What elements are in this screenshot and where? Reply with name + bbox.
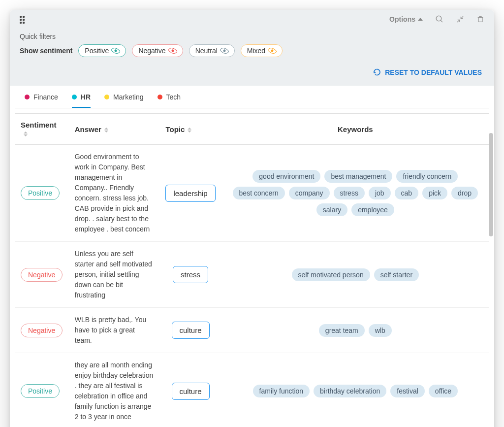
reset-button[interactable]: RESET TO DEFAULT VALUES [373, 68, 482, 76]
answer-cell: Unless you are self starter and self mot… [69, 242, 160, 308]
eye-icon [168, 46, 178, 56]
sort-icon [188, 128, 191, 132]
dot-icon [25, 95, 30, 99]
options-label: Options [389, 15, 415, 23]
sentiment-pill: Positive [21, 384, 60, 398]
keyword-pill[interactable]: employee [351, 203, 394, 216]
dot-icon [72, 95, 77, 99]
tab-label: Marketing [113, 93, 143, 101]
sentiment-pill: Positive [21, 186, 60, 200]
chevron-up-icon [418, 18, 423, 21]
filter-chip-neutral[interactable]: Neutral [189, 44, 235, 57]
tab-finance[interactable]: Finance [25, 93, 58, 108]
data-table: Sentiment Answer Topic Keywords Positive… [15, 113, 489, 427]
table-row: NegativeUnless you are self starter and … [15, 242, 489, 308]
options-button[interactable]: Options [389, 15, 423, 23]
tab-tech[interactable]: Tech [158, 93, 181, 108]
keyword-pill[interactable]: company [289, 187, 330, 199]
keyword-pill[interactable]: self starter [374, 268, 419, 281]
table-row: Positivethey are all month ending enjoy … [15, 353, 489, 427]
keywords-cell: family functionbirthday celebrationfesti… [227, 385, 483, 397]
col-answer[interactable]: Answer [69, 114, 160, 145]
svg-point-0 [436, 16, 441, 21]
eye-icon [267, 46, 277, 56]
keyword-pill[interactable]: job [369, 187, 391, 199]
svg-line-1 [441, 20, 442, 22]
tab-label: Finance [33, 93, 58, 101]
keyword-pill[interactable]: great team [319, 324, 365, 337]
eye-icon [111, 46, 121, 56]
svg-line-3 [461, 16, 463, 19]
chip-label: Negative [138, 47, 165, 55]
keywords-cell: good environmentbest managementfriendly … [227, 170, 483, 216]
topic-pill[interactable]: leadership [165, 185, 215, 202]
table-row: PositiveGood environment to work in Comp… [15, 145, 489, 242]
keyword-pill[interactable]: good environment [252, 170, 320, 183]
toolbar: Options [10, 10, 494, 29]
scrollbar[interactable] [489, 133, 493, 236]
keywords-cell: great teamwlb [227, 324, 483, 337]
keyword-pill[interactable]: salary [316, 203, 347, 216]
sentiment-pill: Negative [21, 324, 63, 337]
sort-icon [104, 128, 108, 132]
svg-line-2 [457, 20, 460, 22]
refresh-icon [373, 68, 381, 76]
answer-cell: they are all month ending enjoy birthday… [69, 353, 160, 427]
filter-panel: Quick filters Show sentiment Positive Ne… [10, 29, 494, 65]
dot-icon [158, 95, 162, 99]
filter-chip-positive[interactable]: Positive [78, 44, 126, 57]
tab-label: HR [81, 93, 91, 101]
col-sentiment[interactable]: Sentiment [15, 114, 69, 145]
topic-pill[interactable]: culture [172, 322, 210, 339]
search-icon[interactable] [435, 15, 444, 24]
tab-label: Tech [166, 93, 181, 101]
drag-handle-icon[interactable] [20, 16, 27, 23]
topic-pill[interactable]: culture [172, 383, 210, 400]
trash-icon[interactable] [476, 15, 484, 24]
keyword-pill[interactable]: birthday celebration [314, 385, 386, 397]
app-window: Options Quick filters Show sentiment Pos… [10, 10, 494, 427]
filter-chip-mixed[interactable]: Mixed [241, 44, 283, 57]
col-topic[interactable]: Topic [159, 114, 221, 145]
chip-label: Mixed [247, 47, 265, 55]
keyword-pill[interactable]: wlb [369, 324, 392, 337]
tab-marketing[interactable]: Marketing [104, 93, 143, 108]
keyword-pill[interactable]: best management [324, 170, 392, 183]
keyword-pill[interactable]: friendly concern [396, 170, 458, 183]
keyword-pill[interactable]: festival [390, 385, 425, 397]
keyword-pill[interactable]: pick [422, 187, 447, 199]
sentiment-pill: Negative [21, 268, 63, 282]
answer-cell: Good environment to work in Company. Bes… [69, 145, 160, 242]
keyword-pill[interactable]: best concern [233, 187, 285, 199]
col-keywords: Keywords [221, 114, 489, 145]
chip-label: Positive [85, 47, 109, 55]
filter-chip-negative[interactable]: Negative [132, 44, 183, 57]
keywords-cell: self motivated personself starter [227, 268, 483, 281]
keyword-pill[interactable]: stress [334, 187, 365, 199]
table-wrap: Sentiment Answer Topic Keywords Positive… [10, 108, 494, 427]
quick-filters-label: Quick filters [20, 33, 484, 40]
eye-icon [220, 46, 229, 56]
topic-pill[interactable]: stress [173, 266, 208, 283]
reset-row: RESET TO DEFAULT VALUES [10, 65, 494, 86]
tab-hr[interactable]: HR [72, 93, 91, 108]
keyword-pill[interactable]: family function [253, 385, 310, 397]
keyword-pill[interactable]: cab [395, 187, 419, 199]
tabs: FinanceHRMarketingTech [15, 86, 489, 108]
reset-label: RESET TO DEFAULT VALUES [385, 68, 482, 76]
answer-cell: WLB is pretty bad,. You have to pick a g… [69, 308, 160, 353]
keyword-pill[interactable]: self motivated person [292, 268, 370, 281]
dot-icon [104, 95, 109, 99]
show-sentiment-label: Show sentiment [20, 47, 72, 55]
keyword-pill[interactable]: office [429, 385, 458, 397]
keyword-pill[interactable]: drop [451, 187, 478, 199]
table-row: NegativeWLB is pretty bad,. You have to … [15, 308, 489, 353]
chip-label: Neutral [195, 47, 218, 55]
sort-icon [24, 131, 28, 136]
collapse-icon[interactable] [456, 15, 464, 23]
